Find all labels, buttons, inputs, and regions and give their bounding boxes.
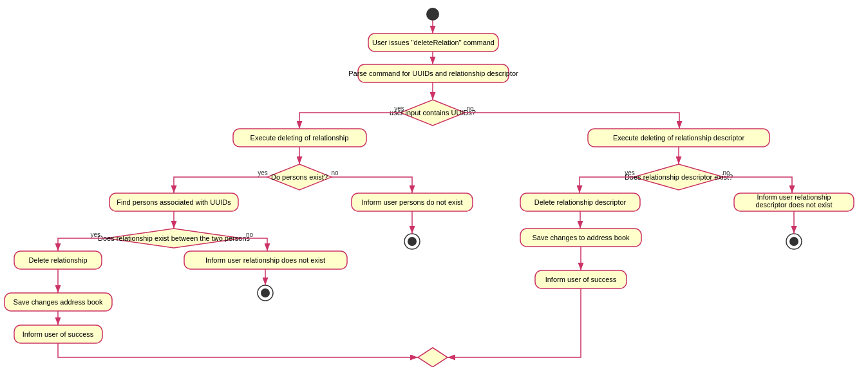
arrow-d2-yes-n5 — [174, 177, 267, 193]
node-n6-text: Inform user persons do not exist — [361, 198, 462, 206]
diamond-d3-text: Does relationship descriptor exist? — [625, 173, 733, 181]
end-circle-n10-inner — [261, 288, 270, 297]
end-circle-n8-inner — [789, 237, 798, 246]
label-d2-yes: yes — [258, 169, 268, 176]
node-n14-text: Inform user of success — [545, 276, 617, 283]
node-n8-text: Inform user relationship — [757, 193, 831, 201]
label-d4-no: no — [246, 231, 254, 238]
node-n13-text: Save changes to address book — [532, 234, 630, 241]
start-node — [426, 8, 439, 21]
node-n3-text: Execute deleting of relationship — [250, 134, 349, 142]
node-n7-text: Delete relationship descriptor — [534, 198, 627, 206]
node-n9-text: Delete relationship — [28, 256, 87, 264]
diamond-d4-text: Does relationship exist between the two … — [98, 234, 250, 242]
arrow-d3-no-n8 — [724, 177, 792, 193]
arrow-d2-no-n6 — [332, 177, 412, 193]
node-n1-text: User issues "deleteRelation" command — [372, 39, 495, 46]
node-n5-text: Find persons associated with UUIDs — [117, 198, 231, 206]
node-n10-text: Inform user relationship does not exist — [205, 256, 325, 264]
label-d2-no: no — [331, 169, 339, 176]
arrow-d1-no-n4 — [465, 113, 679, 129]
node-n11-text: Save changes address book — [14, 298, 103, 306]
label-d1-yes: yes — [394, 105, 404, 112]
node-n4-text: Execute deleting of relationship descrip… — [613, 134, 745, 142]
label-d3-no: no — [722, 169, 730, 176]
arrow-d1-yes-n3 — [299, 113, 401, 129]
label-d4-yes: yes — [90, 231, 100, 238]
node-n2-text: Parse command for UUIDs and relationship… — [348, 70, 518, 77]
merge-diamond — [418, 348, 448, 367]
diamond-d2-text: Do persons exist? — [271, 173, 328, 181]
node-n12-text: Inform user of success — [23, 330, 94, 338]
node-n8-text2: descriptor does not exist — [755, 201, 832, 209]
arrow-n12-merge — [58, 343, 418, 357]
end-circle-n6-inner — [408, 237, 417, 246]
label-d3-yes: yes — [625, 169, 635, 176]
arrow-n14-merge — [448, 288, 581, 357]
label-d1-no: no — [466, 105, 474, 112]
